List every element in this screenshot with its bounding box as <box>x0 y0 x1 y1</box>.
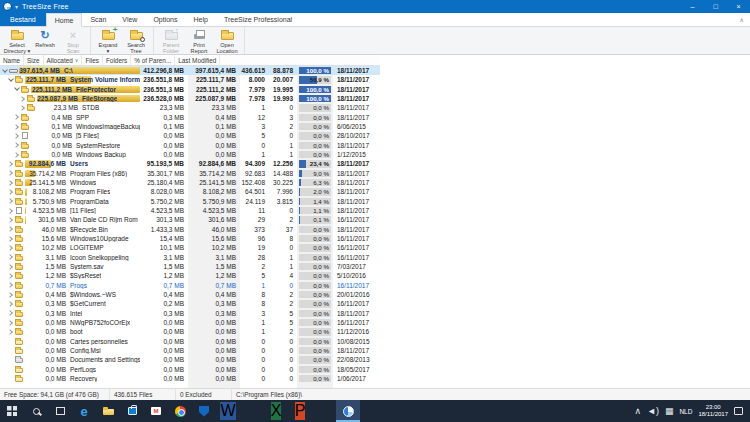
quick-access-caret-icon[interactable]: ▾ <box>15 3 18 10</box>
table-row[interactable]: 0,0 MBPerfLogs0,0 MB0,0 MB000,0 %18/05/2… <box>0 365 380 374</box>
volume-icon[interactable]: ◄) <box>644 400 662 422</box>
table-row[interactable]: 8.108,2 MBProgram Files8.028,0 MB8.108,2… <box>0 187 380 196</box>
collapse-icon[interactable] <box>8 77 14 83</box>
table-row[interactable]: 0,1 MBWindowsImageBackup0,1 MB0,1 MB320,… <box>0 122 380 131</box>
collapse-icon[interactable] <box>2 68 8 74</box>
tab-options[interactable]: Options <box>145 13 185 26</box>
table-row[interactable]: 225.111,7 MBSystem Volume Information236… <box>0 75 380 84</box>
taskbar-security-shield-icon[interactable] <box>192 400 216 422</box>
expand-icon[interactable] <box>8 282 14 288</box>
table-row[interactable]: 0,0 MBNWgPB752foCOrEjx0,0 MB0,0 MB150,0 … <box>0 318 380 327</box>
print-report-button[interactable]: PrintReport <box>185 28 213 55</box>
search-tree-button[interactable]: SearchTree <box>122 28 150 55</box>
tab-treesize-professional[interactable]: TreeSize Professional <box>216 13 300 26</box>
collapse-icon[interactable] <box>14 86 20 92</box>
table-row[interactable]: 15,6 MBWindows10Upgrade15,4 MB15,6 MB968… <box>0 234 380 243</box>
expand-icon[interactable] <box>14 133 20 139</box>
stop-scan-button[interactable]: ×StopScan <box>59 28 87 55</box>
table-row[interactable]: 0,0 MB[5 Files]0,0 MB0,0 MB500,0 %28/10/… <box>0 131 380 140</box>
table-row[interactable]: 35.714,2 MBProgram Files (x86)35.301,7 M… <box>0 169 380 178</box>
expand-icon[interactable] <box>14 142 20 148</box>
table-row[interactable]: 0,0 MBDocuments and Settings0,0 MB0,0 MB… <box>0 355 380 364</box>
language-indicator[interactable]: NLD <box>676 400 695 422</box>
expand-icon[interactable] <box>8 273 14 279</box>
action-center-icon[interactable] <box>731 400 746 422</box>
select-directory-button[interactable]: SelectDirectory ▾ <box>3 28 31 55</box>
clock[interactable]: 23:0018/11/2017 <box>695 400 731 422</box>
expand-icon[interactable] <box>8 320 14 326</box>
expand-icon[interactable] <box>8 180 14 186</box>
column-header-pct[interactable]: % of Paren... <box>131 55 175 65</box>
table-row[interactable]: 5.750,9 MBProgramData5.750,2 MB5.750,9 M… <box>0 197 380 206</box>
table-row[interactable]: 225.111,2 MBFileProtector236.551,3 MB225… <box>0 85 380 94</box>
table-row[interactable]: 23,3 MBSTDB23,3 MB23,3 MB100,0 %18/11/20… <box>0 103 380 112</box>
table-row[interactable]: 4.523,5 MB[11 Files]4.523,5 MB4.523,5 MB… <box>0 206 380 215</box>
tab-scan[interactable]: Scan <box>82 13 114 26</box>
column-header-folders[interactable]: Folders <box>103 55 131 65</box>
taskbar-gray-app-icon[interactable] <box>240 400 264 422</box>
expand-icon[interactable] <box>8 226 14 232</box>
table-row[interactable]: 0,0 MBSystemRestore0,0 MB0,0 MB010,0 %18… <box>0 141 380 150</box>
expand-icon[interactable] <box>14 114 20 120</box>
taskbar-word-icon[interactable]: W <box>216 400 240 422</box>
expand-icon[interactable] <box>8 217 14 223</box>
expand-icon[interactable] <box>8 310 14 316</box>
expand-icon[interactable] <box>20 96 26 102</box>
taskbar-store-icon[interactable] <box>120 400 144 422</box>
table-row[interactable]: 0,7 MBProgs0,7 MB0,7 MB100,0 %16/11/2017 <box>0 281 380 290</box>
taskbar-edge-icon[interactable]: e <box>72 400 96 422</box>
table-row[interactable]: 10,2 MBLOGITEMP10,1 MB10,2 MB1900,0 %16/… <box>0 243 380 252</box>
table-row[interactable]: 0,0 MBboot0,0 MB0,0 MB120,0 %11/12/2016 <box>0 327 380 336</box>
table-row[interactable]: 301,6 MBVan Dale CD Rijm Rom301,3 MB301,… <box>0 215 380 224</box>
expand-icon[interactable] <box>8 264 14 270</box>
minimize-button[interactable]: – <box>681 0 704 13</box>
table-row[interactable]: 0,0 MBRecovery0,0 MB0,0 MB000,0 %1/06/20… <box>0 374 380 383</box>
taskbar-powerpoint-icon[interactable]: P <box>288 400 312 422</box>
expand-icon[interactable] <box>8 170 14 176</box>
expand-icon[interactable] <box>14 152 20 158</box>
taskbar-start-icon[interactable] <box>0 400 24 422</box>
taskbar-tan-app-icon[interactable] <box>312 400 336 422</box>
refresh-button[interactable]: ↻Refresh <box>31 28 59 55</box>
taskbar-task-view-icon[interactable] <box>48 400 72 422</box>
taskbar-mail-icon[interactable]: M <box>144 400 168 422</box>
expand-icon[interactable] <box>8 189 14 195</box>
table-row[interactable]: 1,2 MB$SysReset1,2 MB1,2 MB540,0 %5/10/2… <box>0 271 380 280</box>
table-row[interactable]: 3,1 MBIcoon Snelkoppeling3,1 MB3,1 MB281… <box>0 253 380 262</box>
expand-icon[interactable] <box>8 301 14 307</box>
expand-icon[interactable] <box>8 236 14 242</box>
expand-button[interactable]: +Expand▾ <box>94 28 122 55</box>
tab-home[interactable]: Home <box>46 13 83 27</box>
tray-chevron-icon[interactable]: ∧ <box>631 400 644 422</box>
tab-help[interactable]: Help <box>186 13 216 26</box>
expand-icon[interactable] <box>14 124 20 130</box>
taskbar-excel-icon[interactable]: X <box>264 400 288 422</box>
table-row[interactable]: 46,0 MB$Recycle.Bin1.433,3 MB46,0 MB3733… <box>0 225 380 234</box>
close-button[interactable]: × <box>727 0 750 13</box>
table-row[interactable]: 0,0 MBWindows Backup0,0 MB0,0 MB110,0 %1… <box>0 150 380 159</box>
open-location-button[interactable]: OpenLocation <box>213 28 241 55</box>
table-row[interactable]: 25.141,5 MBWindows25.180,4 MB25.141,5 MB… <box>0 178 380 187</box>
column-header-name[interactable]: Name <box>0 55 24 65</box>
table-row[interactable]: 92.884,6 MBUsers95.193,5 MB92.884,6 MB94… <box>0 159 380 168</box>
table-row[interactable]: 0,4 MBSPP0,3 MB0,4 MB1230,0 %18/11/2017 <box>0 113 380 122</box>
taskbar-file-explorer-icon[interactable] <box>96 400 120 422</box>
table-row[interactable]: 1,5 MBSystem.sav1,5 MB1,5 MB210,0 %7/03/… <box>0 262 380 271</box>
parent-folder-button[interactable]: ↑ParentFolder <box>157 28 185 55</box>
column-header-size[interactable]: Size <box>24 55 43 65</box>
column-header-mod[interactable]: Last Modified <box>175 55 220 65</box>
table-row[interactable]: 0,0 MBCartes personnelles0,0 MB0,0 MB000… <box>0 337 380 346</box>
column-header-files[interactable]: Files <box>82 55 103 65</box>
expand-icon[interactable] <box>8 292 14 298</box>
table-row[interactable]: 0,3 MB$GetCurrent0,2 MB0,3 MB820,0 %16/1… <box>0 299 380 308</box>
table-row[interactable]: 0,3 MBIntel0,3 MB0,3 MB350,0 %18/11/2017 <box>0 309 380 318</box>
expand-icon[interactable] <box>8 161 14 167</box>
expand-icon[interactable] <box>8 198 14 204</box>
table-row[interactable]: 225.087,9 MBFileStorage236.528,0 MB225.0… <box>0 94 380 103</box>
collapse-ribbon-icon[interactable]: ∧ <box>740 13 744 26</box>
tab-bestand[interactable]: Bestand <box>0 13 46 26</box>
taskbar-search-icon[interactable] <box>24 400 48 422</box>
tab-view[interactable]: View <box>114 13 145 26</box>
table-row[interactable]: 0,4 MB$Windows.~WS0,4 MB0,4 MB820,0 %20/… <box>0 290 380 299</box>
column-header-alloc[interactable]: Allocated∨ <box>44 55 83 65</box>
